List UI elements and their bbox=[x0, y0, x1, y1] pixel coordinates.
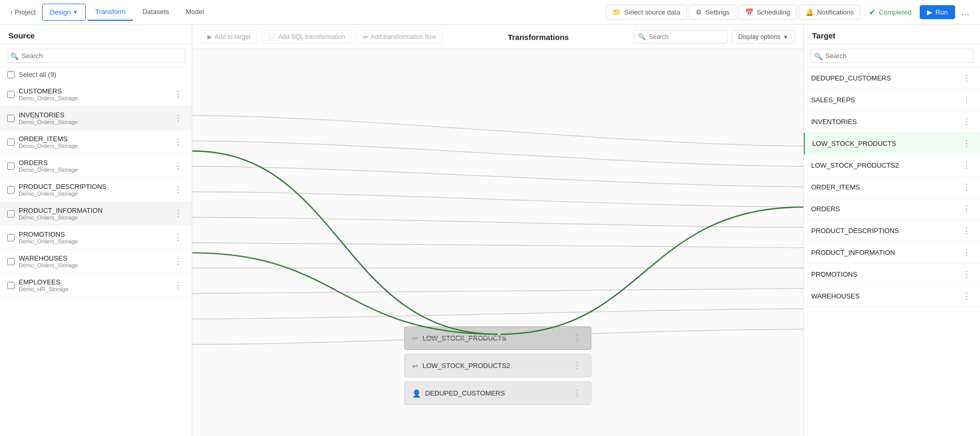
source-checkbox-product_descriptions[interactable] bbox=[7, 186, 15, 194]
source-item-promotions[interactable]: PROMOTIONS Demo_Orders_Storage ⋮ bbox=[0, 226, 192, 250]
tab-datasets[interactable]: Datasets bbox=[135, 4, 176, 21]
node-menu-button[interactable]: ⋮ bbox=[571, 332, 584, 344]
run-button[interactable]: ▶ Run bbox=[920, 5, 955, 19]
source-item-text-warehouses: WAREHOUSES Demo_Orders_Storage bbox=[19, 254, 168, 268]
target-item-low_stock_products[interactable]: LOW_STOCK_PRODUCTS ⋮ bbox=[804, 133, 980, 155]
source-item-menu-inventories[interactable]: ⋮ bbox=[172, 112, 184, 124]
node-name-low-stock2: LOW_STOCK_PRODUCTS2 bbox=[422, 362, 567, 370]
source-item-menu-warehouses[interactable]: ⋮ bbox=[172, 255, 184, 267]
source-search-input[interactable] bbox=[6, 49, 186, 63]
transform-search-input[interactable] bbox=[634, 30, 727, 44]
target-item-low_stock_products2[interactable]: LOW_STOCK_PRODUCTS2 ⋮ bbox=[804, 155, 980, 176]
source-item-menu-order_items[interactable]: ⋮ bbox=[172, 136, 184, 148]
scheduling-button[interactable]: 📅 Scheduling bbox=[738, 5, 797, 20]
target-item-name-deduped_customers: DEDUPED_CUSTOMERS bbox=[811, 74, 956, 82]
source-item-order_items[interactable]: ORDER_ITEMS Demo_Orders_Storage ⋮ bbox=[0, 130, 192, 154]
source-checkbox-warehouses[interactable] bbox=[7, 258, 15, 265]
source-item-product_descriptions[interactable]: PRODUCT_DESCRIPTIONS Demo_Orders_Storage… bbox=[0, 178, 192, 202]
target-item-menu-orders[interactable]: ⋮ bbox=[960, 203, 973, 215]
tab-model[interactable]: Model bbox=[178, 4, 211, 21]
search-icon: 🔍 bbox=[10, 52, 19, 60]
target-item-name-low_stock_products: LOW_STOCK_PRODUCTS bbox=[812, 140, 956, 147]
source-checkbox-employees[interactable] bbox=[7, 282, 15, 289]
target-item-name-low_stock_products2: LOW_STOCK_PRODUCTS2 bbox=[811, 161, 956, 169]
target-item-menu-product_information[interactable]: ⋮ bbox=[960, 247, 973, 258]
select-all-label: Select all (9) bbox=[19, 71, 56, 78]
add-to-target-button[interactable]: ▶ Add to target bbox=[201, 30, 257, 44]
target-panel: Target 🔍 DEDUPED_CUSTOMERS ⋮ SALES_REPS … bbox=[803, 25, 980, 436]
add-sql-transformation-button[interactable]: 📄 Add SQL transformation bbox=[261, 30, 352, 44]
source-item-inventories[interactable]: INVENTORIES Demo_Orders_Storage ⋮ bbox=[0, 106, 192, 130]
settings-button[interactable]: ⚙ Settings bbox=[689, 5, 736, 20]
source-item-list: CUSTOMERS Demo_Orders_Storage ⋮ INVENTOR… bbox=[0, 83, 192, 436]
source-item-sub-customers: Demo_Orders_Storage bbox=[19, 95, 168, 101]
source-item-name-orders: ORDERS bbox=[19, 159, 168, 167]
top-nav: ‹ Project Design ▼ Transform Datasets Mo… bbox=[0, 0, 980, 25]
completed-status: ✔ Completed bbox=[863, 4, 918, 20]
source-panel-title: Source bbox=[0, 25, 192, 45]
transform-node-low-stock-products[interactable]: ⇌ LOW_STOCK_PRODUCTS ⋮ bbox=[404, 326, 591, 350]
target-item-orders[interactable]: ORDERS ⋮ bbox=[804, 198, 980, 220]
source-item-name-employees: EMPLOYEES bbox=[19, 278, 168, 286]
target-item-warehouses[interactable]: WAREHOUSES ⋮ bbox=[804, 285, 980, 307]
target-item-product_descriptions[interactable]: PRODUCT_DESCRIPTIONS ⋮ bbox=[804, 220, 980, 242]
source-checkbox-orders[interactable] bbox=[7, 162, 15, 170]
target-item-menu-promotions[interactable]: ⋮ bbox=[960, 268, 973, 280]
more-options-button[interactable]: … bbox=[957, 6, 974, 19]
target-item-order_items[interactable]: ORDER_ITEMS ⋮ bbox=[804, 176, 980, 198]
target-item-product_information[interactable]: PRODUCT_INFORMATION ⋮ bbox=[804, 242, 980, 264]
add-transformation-flow-button[interactable]: ⇌ Add transformation flow bbox=[356, 30, 443, 44]
select-all-checkbox[interactable] bbox=[7, 71, 15, 78]
tab-design[interactable]: Design ▼ bbox=[42, 4, 86, 21]
target-item-menu-low_stock_products[interactable]: ⋮ bbox=[960, 138, 973, 149]
source-item-menu-customers[interactable]: ⋮ bbox=[172, 88, 184, 100]
source-item-warehouses[interactable]: WAREHOUSES Demo_Orders_Storage ⋮ bbox=[0, 250, 192, 274]
source-item-menu-orders[interactable]: ⋮ bbox=[172, 160, 184, 172]
source-item-customers[interactable]: CUSTOMERS Demo_Orders_Storage ⋮ bbox=[0, 83, 192, 106]
target-item-menu-product_descriptions[interactable]: ⋮ bbox=[960, 225, 973, 237]
target-item-menu-order_items[interactable]: ⋮ bbox=[960, 181, 973, 193]
source-item-text-promotions: PROMOTIONS Demo_Orders_Storage bbox=[19, 230, 168, 244]
target-item-menu-warehouses[interactable]: ⋮ bbox=[960, 290, 973, 302]
source-checkbox-customers[interactable] bbox=[7, 91, 15, 98]
target-search-input[interactable] bbox=[810, 49, 974, 63]
source-item-menu-product_information[interactable]: ⋮ bbox=[172, 208, 184, 220]
node-menu-button2[interactable]: ⋮ bbox=[571, 360, 584, 372]
source-item-employees[interactable]: EMPLOYEES Demo_HR_Storage ⋮ bbox=[0, 274, 192, 297]
target-item-name-inventories: INVENTORIES bbox=[811, 118, 956, 126]
transform-node-deduped-customers[interactable]: 👤 DEDUPED_CUSTOMERS ⋮ bbox=[404, 382, 591, 405]
source-item-menu-employees[interactable]: ⋮ bbox=[172, 279, 184, 291]
target-item-deduped_customers[interactable]: DEDUPED_CUSTOMERS ⋮ bbox=[804, 67, 980, 89]
target-item-menu-inventories[interactable]: ⋮ bbox=[960, 116, 973, 128]
transform-node-low-stock-products2[interactable]: ⇌ LOW_STOCK_PRODUCTS2 ⋮ bbox=[404, 354, 591, 377]
scheduling-label: Scheduling bbox=[757, 8, 790, 16]
target-item-menu-low_stock_products2[interactable]: ⋮ bbox=[960, 159, 973, 171]
nav-back-button[interactable]: ‹ Project bbox=[6, 6, 40, 18]
main-layout: Source 🔍 Select all (9) CUSTOMERS Demo_O… bbox=[0, 25, 980, 436]
source-item-product_information[interactable]: PRODUCT_INFORMATION Demo_Orders_Storage … bbox=[0, 202, 192, 226]
source-checkbox-order_items[interactable] bbox=[7, 139, 15, 146]
display-options-button[interactable]: Display options ▼ bbox=[732, 30, 795, 44]
source-checkbox-inventories[interactable] bbox=[7, 115, 15, 122]
tab-transform[interactable]: Transform bbox=[88, 4, 133, 21]
source-item-sub-promotions: Demo_Orders_Storage bbox=[19, 238, 168, 244]
target-item-name-product_descriptions: PRODUCT_DESCRIPTIONS bbox=[811, 227, 956, 235]
source-checkbox-product_information[interactable] bbox=[7, 210, 15, 217]
transform-search-bar: 🔍 bbox=[634, 30, 727, 44]
target-item-sales_reps[interactable]: SALES_REPS ⋮ bbox=[804, 89, 980, 111]
source-item-menu-product_descriptions[interactable]: ⋮ bbox=[172, 184, 184, 196]
target-item-menu-deduped_customers[interactable]: ⋮ bbox=[960, 72, 973, 84]
node-menu-button3[interactable]: ⋮ bbox=[571, 387, 584, 399]
gear-icon: ⚙ bbox=[696, 8, 702, 16]
select-source-button[interactable]: 📁 Select source data bbox=[606, 5, 687, 20]
notifications-button[interactable]: 🔔 Notifications bbox=[799, 5, 860, 20]
source-checkbox-promotions[interactable] bbox=[7, 234, 15, 241]
node-name-deduped: DEDUPED_CUSTOMERS bbox=[425, 389, 567, 397]
target-item-promotions[interactable]: PROMOTIONS ⋮ bbox=[804, 264, 980, 285]
target-item-inventories[interactable]: INVENTORIES ⋮ bbox=[804, 111, 980, 133]
select-all-row: Select all (9) bbox=[0, 67, 192, 83]
source-item-menu-promotions[interactable]: ⋮ bbox=[172, 231, 184, 243]
target-search-bar: 🔍 bbox=[804, 45, 980, 67]
source-item-orders[interactable]: ORDERS Demo_Orders_Storage ⋮ bbox=[0, 154, 192, 178]
target-item-menu-sales_reps[interactable]: ⋮ bbox=[960, 94, 973, 106]
